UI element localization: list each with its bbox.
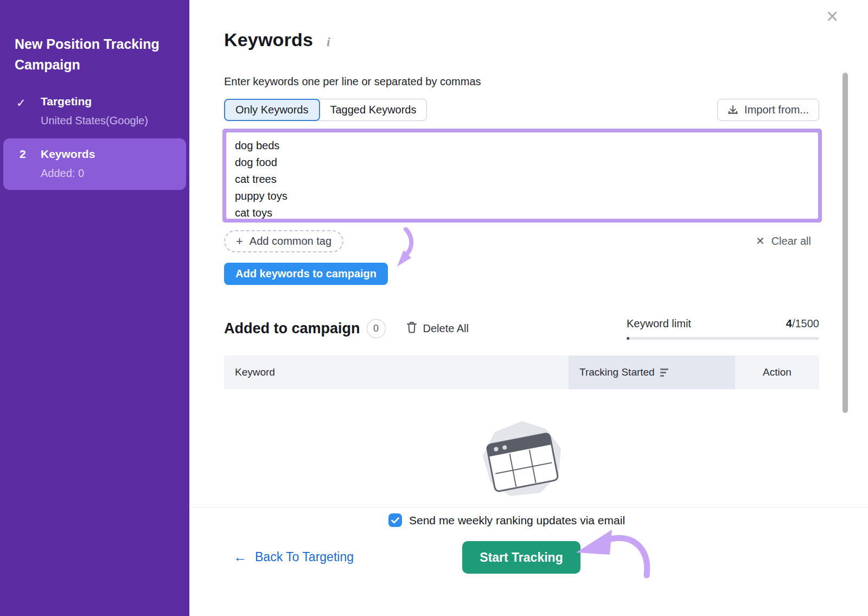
- keyword-limit-used: 4: [786, 317, 792, 329]
- added-count-badge: 0: [367, 319, 386, 338]
- info-icon[interactable]: i: [327, 35, 330, 49]
- keywords-table-header: Keyword Tracking Started Action: [224, 355, 819, 389]
- added-to-campaign-header: Added to campaign 0 Delete All: [224, 316, 469, 340]
- clear-all-label: Clear all: [771, 235, 811, 247]
- keyword-limit-progress-fill: [627, 337, 629, 340]
- download-icon: [727, 105, 738, 116]
- step-keywords-label: Keywords: [41, 148, 95, 161]
- left-arrow-icon: ←: [233, 549, 247, 565]
- annotation-arrow-down-icon: [392, 227, 417, 269]
- clear-icon: ✕: [756, 234, 765, 247]
- step-targeting-sublabel: United States(Google): [41, 115, 148, 127]
- keyword-limit-progressbar: [627, 337, 819, 340]
- delete-all-button[interactable]: Delete All: [406, 321, 469, 336]
- close-icon[interactable]: ×: [820, 4, 844, 28]
- annotation-arrow-start-tracking-icon: [567, 524, 654, 579]
- column-tracking-started[interactable]: Tracking Started: [569, 355, 735, 389]
- keywords-instruction: Enter keywords one per line or separated…: [224, 75, 481, 88]
- delete-all-label: Delete All: [423, 322, 469, 335]
- trash-icon: [406, 321, 417, 336]
- step-number: 2: [20, 148, 26, 161]
- new-position-tracking-modal: New Position Tracking Campaign ✓ Targeti…: [0, 0, 868, 616]
- page-title: Keywords: [224, 29, 313, 50]
- keywords-textarea-highlight: dog beds dog food cat trees puppy toys c…: [222, 129, 822, 223]
- footer-divider: [189, 507, 868, 507]
- vertical-scrollbar[interactable]: [843, 73, 848, 413]
- step-keywords-sublabel: Added: 0: [41, 167, 84, 180]
- empty-table-illustration: [477, 418, 567, 500]
- email-updates-checkbox[interactable]: [388, 513, 402, 527]
- add-common-tag-label: Add common tag: [250, 235, 331, 247]
- keywords-input[interactable]: dog beds dog food cat trees puppy toys c…: [226, 132, 818, 219]
- plus-icon: +: [236, 234, 243, 249]
- sort-descending-icon: [660, 369, 668, 377]
- start-tracking-button[interactable]: Start Tracking: [462, 541, 580, 574]
- keyword-limit-value: 4/1500: [786, 317, 819, 330]
- column-tracking-started-label: Tracking Started: [579, 366, 655, 378]
- wizard-title: New Position Tracking Campaign: [15, 34, 177, 75]
- wizard-sidebar: New Position Tracking Campaign ✓ Targeti…: [0, 0, 189, 616]
- import-from-label: Import from...: [744, 104, 809, 116]
- add-keywords-to-campaign-button[interactable]: Add keywords to campaign: [224, 263, 388, 285]
- tab-tagged-keywords[interactable]: Tagged Keywords: [318, 99, 427, 121]
- column-keyword: Keyword: [224, 355, 569, 389]
- keywords-mode-tabs: Only Keywords Tagged Keywords: [224, 99, 427, 121]
- keyword-limit-label: Keyword limit: [627, 317, 691, 330]
- column-action: Action: [735, 355, 819, 389]
- back-to-targeting-link[interactable]: ← Back To Targeting: [233, 549, 354, 565]
- added-to-campaign-title: Added to campaign: [224, 320, 360, 337]
- add-common-tag-button[interactable]: + Add common tag: [224, 230, 343, 252]
- tab-only-keywords[interactable]: Only Keywords: [224, 99, 320, 121]
- step-targeting-label: Targeting: [41, 95, 92, 108]
- import-from-button[interactable]: Import from...: [717, 99, 819, 121]
- sidebar-step-keywords[interactable]: 2 Keywords Added: 0: [3, 138, 186, 190]
- back-to-targeting-label: Back To Targeting: [255, 550, 354, 564]
- check-icon: ✓: [16, 97, 26, 110]
- clear-all-button[interactable]: ✕ Clear all: [756, 234, 811, 247]
- keyword-limit-total: /1500: [792, 317, 819, 329]
- keyword-limit-block: Keyword limit 4/1500: [627, 317, 819, 340]
